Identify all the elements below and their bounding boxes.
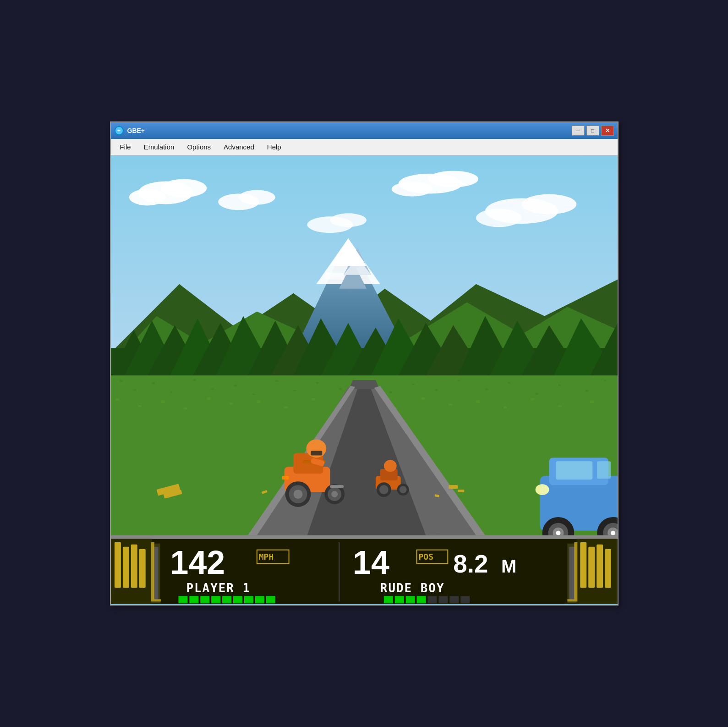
svg-rect-171 (438, 596, 448, 603)
minimize-button[interactable]: ─ (572, 126, 585, 136)
svg-rect-136 (114, 542, 120, 588)
menu-emulation[interactable]: Emulation (138, 141, 180, 153)
svg-rect-81 (476, 401, 480, 403)
svg-point-108 (331, 491, 338, 497)
svg-rect-57 (389, 391, 392, 393)
svg-rect-82 (503, 407, 506, 408)
svg-rect-67 (115, 398, 119, 401)
svg-rect-102 (311, 451, 322, 455)
svg-rect-64 (558, 385, 560, 386)
svg-rect-139 (139, 549, 145, 588)
window-title: GBE+ (127, 127, 145, 134)
title-bar: + GBE+ ─ □ ✕ (111, 122, 618, 139)
svg-rect-141 (580, 542, 586, 588)
svg-rect-83 (531, 398, 534, 401)
svg-rect-44 (120, 380, 122, 382)
svg-rect-74 (284, 407, 287, 408)
svg-point-11 (476, 209, 522, 227)
svg-rect-137 (122, 547, 129, 588)
svg-rect-59 (435, 389, 438, 391)
svg-rect-160 (222, 596, 231, 603)
svg-rect-166 (383, 596, 393, 603)
app-icon-symbol: + (117, 127, 120, 134)
svg-rect-65 (586, 390, 588, 392)
svg-text:RUDE BOY: RUDE BOY (380, 581, 444, 595)
svg-rect-60 (458, 380, 460, 381)
svg-rect-144 (605, 549, 611, 588)
svg-rect-51 (252, 394, 254, 395)
svg-rect-157 (189, 596, 198, 603)
svg-rect-52 (275, 380, 278, 382)
svg-point-10 (521, 194, 576, 214)
svg-rect-58 (412, 384, 414, 385)
menu-bar: File Emulation Options Advanced Help (111, 139, 618, 155)
svg-rect-159 (211, 596, 220, 603)
svg-rect-122 (556, 461, 592, 479)
svg-rect-175 (569, 547, 575, 600)
svg-point-2 (161, 179, 207, 198)
svg-point-8 (391, 182, 432, 197)
title-bar-left: + GBE+ (115, 126, 145, 135)
svg-rect-71 (207, 397, 210, 400)
svg-rect-50 (234, 385, 237, 386)
game-canvas: 142 MPH 14 POS 8.2 M PLAYER 1 (111, 155, 618, 605)
svg-rect-173 (460, 596, 470, 603)
svg-point-119 (399, 486, 406, 493)
svg-rect-158 (200, 596, 209, 603)
svg-point-130 (535, 484, 549, 495)
title-bar-buttons: ─ □ ✕ (572, 126, 614, 136)
svg-rect-168 (405, 596, 415, 603)
svg-rect-96 (458, 490, 464, 492)
svg-rect-172 (449, 596, 459, 603)
svg-rect-167 (394, 596, 404, 603)
menu-help[interactable]: Help (262, 141, 287, 153)
menu-file[interactable]: File (115, 141, 137, 153)
svg-rect-170 (427, 596, 437, 603)
game-screen: 142 MPH 14 POS 8.2 M PLAYER 1 (111, 155, 618, 605)
svg-rect-110 (330, 485, 344, 488)
svg-rect-138 (131, 545, 137, 588)
svg-rect-62 (508, 382, 510, 384)
svg-rect-143 (597, 545, 603, 588)
app-icon: + (115, 126, 124, 135)
svg-rect-161 (233, 596, 242, 603)
maximize-button[interactable]: □ (586, 126, 599, 136)
menu-advanced[interactable]: Advanced (218, 141, 260, 153)
svg-rect-80 (449, 404, 452, 406)
svg-text:MPH: MPH (258, 552, 273, 562)
svg-rect-84 (558, 405, 561, 407)
svg-rect-73 (257, 401, 260, 403)
close-button[interactable]: ✕ (601, 126, 614, 136)
svg-rect-47 (170, 391, 172, 393)
svg-rect-45 (133, 389, 136, 391)
svg-rect-66 (604, 380, 606, 381)
svg-point-13 (330, 213, 367, 227)
svg-point-7 (428, 171, 478, 187)
svg-rect-75 (312, 398, 315, 401)
svg-rect-156 (178, 596, 187, 603)
svg-rect-54 (316, 382, 318, 384)
svg-rect-70 (184, 408, 187, 409)
menu-options[interactable]: Options (181, 141, 216, 153)
svg-rect-169 (416, 596, 426, 603)
svg-rect-162 (244, 596, 253, 603)
svg-rect-69 (161, 401, 164, 403)
svg-rect-134 (111, 535, 618, 539)
svg-point-3 (129, 189, 165, 206)
svg-rect-68 (138, 405, 141, 407)
svg-text:8.2: 8.2 (453, 550, 488, 578)
svg-rect-61 (485, 388, 488, 390)
svg-rect-164 (266, 596, 275, 603)
svg-rect-85 (590, 401, 594, 403)
svg-rect-53 (293, 390, 296, 391)
svg-point-117 (379, 485, 388, 494)
svg-rect-72 (230, 403, 233, 405)
svg-point-115 (383, 460, 396, 472)
svg-rect-55 (339, 388, 342, 390)
svg-rect-46 (152, 382, 154, 384)
svg-text:POS: POS (418, 552, 433, 562)
svg-point-132 (611, 531, 615, 535)
svg-rect-95 (449, 485, 458, 489)
app-window: + GBE+ ─ □ ✕ File Emulation Options Adva… (110, 121, 619, 606)
svg-rect-63 (535, 393, 538, 395)
